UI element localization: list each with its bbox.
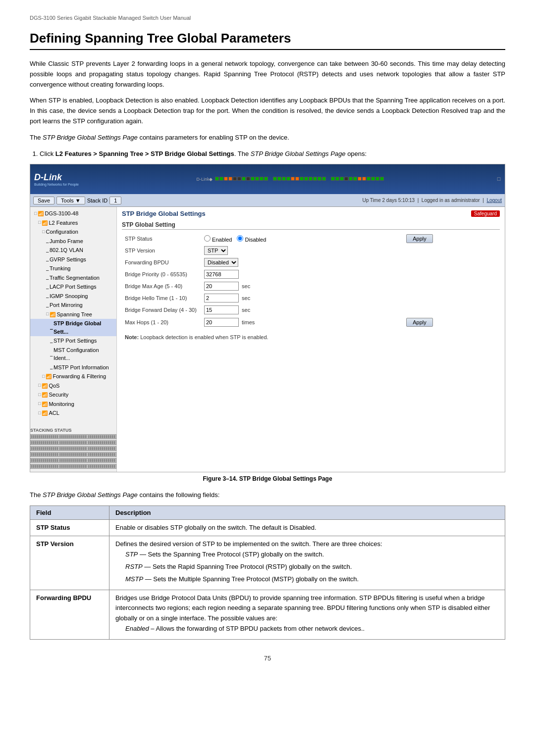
empty-cell6 (403, 304, 500, 316)
page-number: 75 (30, 655, 505, 662)
dlink-tagline: Building Networks for People (34, 183, 79, 186)
sidebar-item-vlan[interactable]: ⎯ 802.1Q VLAN (30, 246, 116, 255)
sidebar-item-monitoring[interactable]: □ 📶 Monitoring (30, 400, 116, 409)
table-header-row: Field Description (30, 505, 505, 519)
instruction-list: Click L2 Features > Spanning Tree > STP … (40, 149, 505, 159)
desc-stp-version: Defines the desired version of STP to be… (109, 536, 505, 590)
sidebar-item-portmirroring[interactable]: ⎯ Port Mirroring (30, 301, 116, 310)
figure-caption: Figure 3–14. STP Bridge Global Settings … (30, 475, 505, 482)
sidebar-item-acl[interactable]: □ 📶 ACL (30, 408, 116, 418)
tree-expand-icon: □ (34, 210, 37, 217)
sidebar-item-igmp[interactable]: ⎯ IGMP Snooping (30, 292, 116, 301)
list-item-rstp: RSTP — Sets the Rapid Spanning Tree Prot… (125, 562, 499, 572)
note-content: Loopback detection is enabled when STP i… (140, 334, 268, 340)
apply-button-bottom[interactable]: Apply (406, 318, 433, 327)
sidebar-item-mst-config[interactable]: ⎯ MST Configuration Ident... (30, 346, 116, 363)
content-title: STP Bridge Global Settings (122, 210, 206, 217)
toolbar-right: Up Time 2 days 5:10:13 | Logged in as ad… (362, 198, 502, 203)
stp-page-text: The STP Bridge Global Settings Page cont… (30, 133, 505, 143)
bridge-priority-input (204, 270, 239, 279)
bridge-max-age-label: Bridge Max Age (5 - 40) (122, 280, 201, 292)
stp-enabled-label[interactable]: Enabled (204, 235, 232, 243)
stack-row4 (30, 452, 116, 457)
stp-status-radio-group: Enabled Disabled (204, 235, 400, 243)
intro-para2: When STP is enabled, Loopback Detection … (30, 96, 505, 126)
sidebar-qos-label: QoS (49, 382, 59, 390)
sidebar-item-dgs3100[interactable]: □ 📶 DGS-3100-48 (30, 209, 116, 218)
sidebar-item-stp-port[interactable]: ⎯ STP Port Settings (30, 336, 116, 346)
sidebar-item-lacp[interactable]: ⎯ LACP Port Settings (30, 282, 116, 292)
sidebar-item-l2features[interactable]: □ 📶 L2 Features (30, 218, 116, 228)
forwarding-bpdu-input: Disabled (204, 258, 238, 267)
sidebar-item-security[interactable]: □ 📶 Security (30, 390, 116, 400)
sidebar-item-mstp-port[interactable]: ⎯ MSTP Port Information (30, 363, 116, 372)
manual-header: DGS-3100 Series Gigabit Stackable Manage… (30, 15, 505, 21)
screenshot-container: D-Link Building Networks for People D-Li… (30, 164, 505, 472)
list-item-enabled: Enabled – Allows the forwarding of STP B… (125, 624, 499, 634)
note-text: Note: Loopback detection is enabled when… (122, 332, 500, 342)
max-hops-row: Max Hops (1 - 20) times Apply (122, 316, 500, 328)
tree-fwd-icon: □ (42, 373, 45, 380)
sidebar-item-jumboframe[interactable]: ⎯ Jumbo Frame (30, 237, 116, 246)
stp-version-row: STP Version STP (122, 245, 500, 256)
empty-cell1 (403, 245, 500, 256)
apply-button-top[interactable]: Apply (406, 234, 433, 243)
stp-disabled-label[interactable]: Disabled (237, 235, 266, 243)
tree-expand-icon3: □ (42, 229, 45, 236)
tree-mon-icon: □ (38, 401, 41, 407)
note-bold: Note: (125, 334, 139, 340)
table-row-forwarding-bpdu: Forwarding BPDU Bridges use Bridge Proto… (30, 590, 505, 639)
stacking-area: STACKING STATUS (30, 428, 116, 469)
uptime-text: Up Time 2 days 5:10:13 (362, 198, 415, 203)
logged-in-text: Logged in as administrator (422, 198, 480, 203)
max-hops-unit: times (242, 319, 255, 325)
stp-enabled-radio[interactable] (204, 235, 211, 242)
sidebar-item-gvrp[interactable]: ⎯ GVRP Settings (30, 255, 116, 264)
sidebar-igmp-label: IGMP Snooping (50, 292, 88, 301)
sidebar-item-trunking[interactable]: ⎯ Trunking (30, 264, 116, 273)
dlink-topbar: D-Link Building Networks for People D-Li… (30, 164, 505, 194)
toolbar: Save Tools ▼ Stack ID 1 Up Time 2 days 5… (30, 194, 505, 207)
section-label: STP Global Setting (122, 221, 500, 230)
sidebar-item-qos[interactable]: □ 📶 QoS (30, 381, 116, 391)
sidebar-item-config[interactable]: □ Configuration (30, 227, 116, 237)
forwarding-bpdu-select[interactable]: Disabled (204, 258, 238, 267)
main-layout: □ 📶 DGS-3100-48 □ 📶 L2 Features □ Config… (30, 207, 505, 472)
stp-disabled-radio[interactable] (237, 235, 243, 242)
desc-forwarding-bpdu: Bridges use Bridge Protocol Data Units (… (109, 590, 505, 639)
field-stp-version: STP Version (30, 536, 109, 590)
bridge-max-age-field[interactable] (204, 282, 239, 291)
sidebar-item-forwarding[interactable]: □ 📶 Forwarding & Filtering (30, 372, 116, 381)
sidebar-jumbo-label: Jumbo Frame (50, 237, 83, 246)
sidebar-gvrp-label: GVRP Settings (50, 255, 86, 264)
sidebar-security-label: Security (49, 391, 68, 399)
bridge-hello-time-field[interactable] (204, 294, 239, 302)
stp-version-select[interactable]: STP (204, 246, 228, 255)
max-hops-field[interactable] (204, 318, 239, 327)
empty-cell5 (403, 292, 500, 304)
sidebar-item-traffic[interactable]: ⎯ Traffic Segmentation (30, 273, 116, 283)
save-button[interactable]: Save (33, 197, 54, 204)
bridge-max-age-input-cell: sec (201, 280, 403, 292)
bridge-forward-delay-field[interactable] (204, 305, 239, 314)
forwarding-bpdu-label: Forwarding BPDU (122, 256, 201, 268)
tree-qos-icon: □ (38, 382, 41, 389)
sidebar-l2-label: L2 Features (49, 219, 78, 227)
tree-expand-icon2: □ (38, 219, 41, 226)
tools-button[interactable]: Tools ▼ (56, 197, 85, 204)
bridge-hello-time-input-cell: sec (201, 292, 403, 304)
sidebar-item-stp-bridge[interactable]: ⎯ STP Bridge Global Sett... (30, 319, 116, 336)
device-icon: ☐ (497, 177, 501, 182)
bridge-priority-field[interactable] (204, 270, 239, 279)
stack-id-value[interactable]: 1 (109, 197, 121, 204)
sidebar-stp-label: Spanning Tree (56, 310, 92, 319)
stack-row5 (30, 458, 116, 463)
sidebar-item-label: DGS-3100-48 (45, 209, 78, 218)
stp-version-input: STP (204, 246, 228, 255)
bridge-forward-delay-row: Bridge Forward Delay (4 - 30) sec (122, 304, 500, 316)
desc-stp-status: Enable or disables STP globally on the s… (109, 519, 505, 536)
bridge-max-age-unit: sec (242, 283, 250, 289)
sidebar-item-spanningtree[interactable]: □ 📶 Spanning Tree (30, 310, 116, 319)
logout-link[interactable]: Logout (486, 198, 502, 203)
apply-cell-top: Apply (403, 233, 500, 245)
